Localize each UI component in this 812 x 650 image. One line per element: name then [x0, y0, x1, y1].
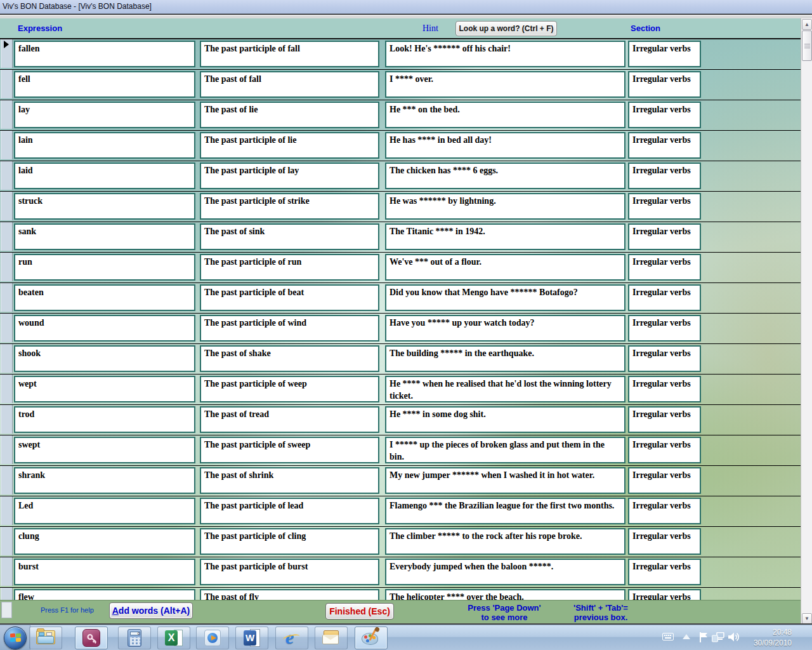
record-selector[interactable] [1, 131, 13, 159]
record-selector[interactable] [1, 588, 13, 601]
scroll-down-icon[interactable]: ▼ [802, 613, 812, 624]
hint-cell[interactable]: The past of shrink [200, 467, 379, 494]
sentence-cell[interactable]: He *** on the bed. [385, 102, 625, 128]
expression-cell[interactable]: lain [14, 132, 195, 159]
record-selector[interactable] [1, 375, 13, 403]
hint-cell[interactable]: The past of sink [200, 223, 379, 250]
hint-cell[interactable]: The past participle of lay [200, 162, 379, 189]
expression-cell[interactable]: burst [14, 559, 195, 585]
expression-cell[interactable]: lay [14, 102, 195, 128]
finished-button[interactable]: Finished (Esc) [325, 603, 394, 620]
sentence-cell[interactable]: The chicken has **** 6 eggs. [385, 162, 625, 189]
sentence-cell[interactable]: The climber ***** to the rock after his … [385, 528, 625, 555]
expression-cell[interactable]: shrank [14, 467, 195, 494]
section-cell[interactable]: Irregular verbs [628, 559, 701, 585]
hint-cell[interactable]: The past of lie [200, 102, 379, 128]
section-cell[interactable]: Irregular verbs [628, 71, 701, 98]
start-button[interactable] [0, 625, 30, 650]
sentence-cell[interactable]: Everybody jumped when the baloon *****. [385, 559, 625, 585]
hint-cell[interactable]: The past participle of lead [200, 498, 379, 524]
hint-cell[interactable]: The past of tread [200, 406, 379, 433]
sentence-cell[interactable]: The building ***** in the earthquake. [385, 345, 625, 372]
hint-cell[interactable]: The past participle of weep [200, 376, 379, 402]
section-cell[interactable]: Irregular verbs [628, 102, 701, 128]
sentence-cell[interactable]: I ***** up the pieces of broken glass an… [385, 437, 625, 463]
section-cell[interactable]: Irregular verbs [628, 345, 701, 372]
record-selector[interactable] [1, 100, 13, 129]
hint-cell[interactable]: The past participle of wind [200, 315, 379, 342]
expression-cell[interactable]: sank [14, 223, 195, 250]
scroll-up-icon[interactable]: ▲ [802, 19, 812, 30]
taskbar-button-excel[interactable]: X [157, 627, 190, 649]
sentence-cell[interactable]: Have you ***** up your watch today? [385, 315, 625, 342]
section-cell[interactable]: Irregular verbs [628, 467, 701, 494]
section-cell[interactable]: Irregular verbs [628, 376, 701, 402]
record-selector[interactable] [1, 527, 13, 555]
section-cell[interactable]: Irregular verbs [628, 406, 701, 433]
hint-cell[interactable]: The past participle of sweep [200, 437, 379, 463]
hint-cell[interactable]: The past participle of beat [200, 284, 379, 311]
hint-cell[interactable]: The past participle of lie [200, 132, 379, 159]
taskbar-button-outlook[interactable] [315, 627, 348, 649]
expression-cell[interactable]: clung [14, 528, 195, 555]
section-cell[interactable]: Irregular verbs [628, 223, 701, 250]
section-cell[interactable]: Irregular verbs [628, 132, 701, 159]
show-hidden-icons-icon[interactable] [683, 634, 690, 639]
section-cell[interactable]: Irregular verbs [628, 162, 701, 189]
sentence-cell[interactable]: I **** over. [385, 71, 625, 98]
action-center-flag-icon[interactable] [699, 632, 708, 643]
section-cell[interactable]: Irregular verbs [628, 315, 701, 342]
record-selector[interactable] [1, 344, 13, 373]
scrollbar-thumb[interactable] [802, 30, 812, 61]
expression-cell[interactable]: swept [14, 437, 195, 463]
expression-cell[interactable]: run [14, 254, 195, 281]
expression-cell[interactable]: trod [14, 406, 195, 433]
section-cell[interactable]: Irregular verbs [628, 284, 701, 311]
expression-cell[interactable]: Led [14, 498, 195, 524]
record-selector[interactable] [1, 39, 13, 68]
record-selector[interactable] [1, 466, 13, 494]
sentence-cell[interactable]: Flamengo *** the Brazilian league for th… [385, 498, 625, 524]
expression-cell[interactable]: wept [14, 376, 195, 402]
taskbar-button-internet-explorer[interactable]: e [275, 627, 308, 649]
record-selector[interactable] [1, 283, 13, 312]
hint-cell[interactable]: The past participle of cling [200, 528, 379, 555]
hint-cell[interactable]: The past participle of burst [200, 559, 379, 585]
taskbar-button-word[interactable]: W [235, 627, 268, 649]
record-selector[interactable] [1, 161, 13, 190]
section-cell[interactable]: Irregular verbs [628, 528, 701, 555]
expression-cell[interactable]: fallen [14, 41, 195, 67]
lookup-word-button[interactable]: Look up a word? (Ctrl + F) [455, 21, 557, 36]
record-selector[interactable] [1, 435, 13, 464]
record-selector[interactable] [1, 192, 13, 220]
record-selector[interactable] [1, 222, 13, 251]
sentence-cell[interactable]: He **** when he realised that he'd lost … [385, 376, 625, 402]
expression-cell[interactable]: wound [14, 315, 195, 342]
section-cell[interactable]: Irregular verbs [628, 437, 701, 463]
expression-cell[interactable]: fell [14, 71, 195, 98]
expression-cell[interactable]: beaten [14, 284, 195, 311]
expression-cell[interactable]: shook [14, 345, 195, 372]
sentence-cell[interactable]: He **** in some dog shit. [385, 406, 625, 433]
taskbar-clock[interactable]: 20:48 30/09/2010 [741, 627, 792, 649]
vertical-scrollbar[interactable]: ▲ ▼ [801, 18, 812, 625]
sentence-cell[interactable]: My new jumper ****** when I washed it in… [385, 467, 625, 494]
volume-icon[interactable] [728, 632, 741, 642]
section-cell[interactable]: Irregular verbs [628, 41, 701, 67]
sentence-cell[interactable]: He has **** in bed all day! [385, 132, 625, 159]
section-cell[interactable]: Irregular verbs [628, 498, 701, 524]
sentence-cell[interactable]: Look! He's ****** off his chair! [385, 41, 625, 67]
sentence-cell[interactable]: Did you know that Mengo have ****** Bota… [385, 284, 625, 311]
record-selector[interactable] [1, 253, 13, 281]
hint-cell[interactable]: The past of shake [200, 345, 379, 372]
hint-cell[interactable]: The past of fall [200, 71, 379, 98]
taskbar-button-windows-explorer[interactable] [29, 627, 62, 649]
hint-cell[interactable]: The past participle of run [200, 254, 379, 281]
hint-cell[interactable]: The past participle of fall [200, 41, 379, 67]
section-cell[interactable]: Irregular verbs [628, 193, 701, 220]
sentence-cell[interactable]: He was ****** by lightning. [385, 193, 625, 220]
record-selector[interactable] [1, 70, 13, 98]
expression-cell[interactable]: struck [14, 193, 195, 220]
taskbar-button-microsoft-access[interactable] [75, 627, 108, 649]
sentence-cell[interactable]: The Titanic **** in 1942. [385, 223, 625, 250]
